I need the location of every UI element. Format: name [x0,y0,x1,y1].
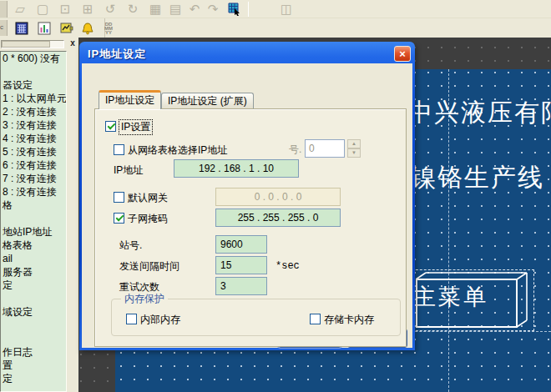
redo-icon[interactable]: ↷ [204,1,222,18]
default-gateway-checkbox[interactable] [114,192,124,203]
rotate-right-icon[interactable]: ↻ [124,1,142,18]
date-format-icon[interactable]: DD MM YY [100,20,117,37]
tree-item[interactable]: 器设定 [1,78,66,92]
subnet-mask-checkbox[interactable] [114,213,124,224]
send-interval-field[interactable]: 15 [215,256,267,274]
frame-icon[interactable]: ⊞ [78,1,97,18]
tree-item[interactable]: ail [1,252,66,265]
subnet-mask-field[interactable]: 255 . 255 . 255 . 0 [215,209,341,227]
tab-ip-settings[interactable]: IP地址设定 [99,90,161,109]
project-tree-list: 0 * 600) 没有 器设定 1 : 以太网单元 2 : 没有连接 3 : 没… [0,51,67,392]
tree-item[interactable]: 5 : 没有连接 [1,145,66,158]
internal-memory-label[interactable]: 内部内存 [140,313,180,327]
undo-icon[interactable]: ↶ [185,1,204,18]
tree-item[interactable]: 定 [1,372,66,385]
sidebar-close-icon[interactable]: x [68,38,78,48]
memory-protection-label: 内存保护 [121,292,168,306]
tree-item[interactable]: 地站IP地址 [1,225,66,239]
calculator-icon[interactable] [13,20,31,37]
tree-item [1,332,66,345]
toolbar: ▱ ▢ ⊡ ⊞ ↺ ↻ ▦ ▤ ↶ ↷ ◫ c [0,0,551,38]
zoom-grid-icon[interactable] [225,1,244,18]
bar-chart-icon[interactable] [35,20,53,37]
shape-icon[interactable]: ▢ [33,1,52,18]
tree-item[interactable]: 服务器 [1,265,66,279]
station-number-field[interactable]: 9600 [215,235,267,254]
crop-icon[interactable]: ⊡ [56,1,74,18]
tree-item[interactable]: 置 [1,359,66,372]
number-spinner[interactable]: ▲ ▼ [347,139,361,158]
tree-item[interactable]: 6 : 没有连接 [1,158,66,172]
from-network-table-checkbox[interactable] [114,144,124,155]
ip-address-field[interactable]: 192 . 168 . 1 . 10 [174,159,299,178]
ip-settings-dialog: IP地址设定 × IP地址设定 IP地址设定 (扩展) IP设置 从网络表格选择… [79,42,415,350]
default-gateway-label[interactable]: 默认网关 [128,191,168,205]
tree-item [1,65,66,78]
default-gateway-field: 0 . 0 . 0 . 0 [215,188,341,206]
dialog-body: IP地址设定 IP地址设定 (扩展) IP设置 从网络表格选择IP地址 号. 0… [82,63,412,348]
tree-item[interactable]: 定 [1,279,66,292]
tab-ip-settings-extended[interactable]: IP地址设定 (扩展) [161,93,254,108]
alarm-bell-icon[interactable] [78,20,97,37]
vertical-guide-line [448,69,449,392]
tree-item [1,212,66,225]
ip-enable-label[interactable]: IP设置 [119,120,152,134]
number-label: 号. [289,143,301,157]
tree-item[interactable]: 格 [1,199,66,212]
tree-item [1,292,66,305]
toolbar-separator [248,2,249,17]
card-memory-checkbox[interactable] [310,314,321,324]
tree-item[interactable]: 4 : 没有连接 [1,132,66,145]
tree-item[interactable]: 3 : 没有连接 [1,118,66,132]
internal-memory-checkbox[interactable] [126,314,137,324]
from-network-table-label[interactable]: 从网络表格选择IP地址 [128,143,227,158]
paste-icon[interactable]: ▱ [11,1,29,18]
station-number-label: 站号. [119,239,142,253]
retry-count-field[interactable]: 3 [215,277,267,295]
clipped-icon[interactable] [0,1,8,18]
tree-item[interactable]: 作日志 [1,345,66,359]
number-spin-input[interactable]: 0 [305,139,345,158]
clipped-ec-icon[interactable]: c [0,20,8,36]
toolbar-row-1: ▱ ▢ ⊡ ⊞ ↺ ↻ ▦ ▤ ↶ ↷ ◫ [0,0,551,18]
close-icon[interactable]: × [394,46,411,62]
meter-icon[interactable] [58,20,76,37]
canvas-title-text[interactable]: 中兴液压有限 [407,96,551,130]
tree-item[interactable]: 8 : 没有连接 [1,185,66,199]
preview-icon[interactable]: ◫ [277,1,296,18]
tree-item[interactable]: 1 : 以太网单元 [1,92,66,105]
tree-item [1,319,66,332]
sidebar-scrollbar-thumb[interactable] [2,41,50,48]
canvas-subtitle-text[interactable]: 镍铬生产线 [411,161,544,195]
spin-up-icon[interactable]: ▲ [347,139,361,148]
tile-icon[interactable]: ▦ [146,1,164,18]
ip-enable-checkbox[interactable] [105,121,116,132]
rotate-left-icon[interactable]: ↺ [101,1,119,18]
toolbar-row-2: c [0,18,105,38]
tree-item[interactable]: 域设定 [1,305,66,319]
send-interval-label: 发送间隔时间 [119,259,179,274]
tree-item[interactable]: 格表格 [1,239,66,252]
send-interval-unit: *sec [276,260,300,272]
tree-item[interactable]: 0 * 600) 没有 [1,52,66,65]
tree-item[interactable]: 7 : 没有连接 [1,172,66,185]
project-tree-panel: x 0 * 600) 没有 器设定 1 : 以太网单元 2 : 没有连接 3 :… [0,38,78,392]
spin-down-icon[interactable]: ▼ [347,148,361,158]
dialog-title: IP地址设定 [88,47,146,62]
menu-button-label[interactable]: 主菜单 [413,282,488,312]
card-memory-label[interactable]: 存储卡内存 [324,313,374,327]
ip-address-label: IP地址 [114,163,143,178]
subnet-mask-label[interactable]: 子网掩码 [128,212,168,226]
tree-item[interactable]: 2 : 没有连接 [1,105,66,118]
tile-alt-icon[interactable]: ▤ [166,1,185,18]
sidebar-scrollbar[interactable] [1,40,64,48]
